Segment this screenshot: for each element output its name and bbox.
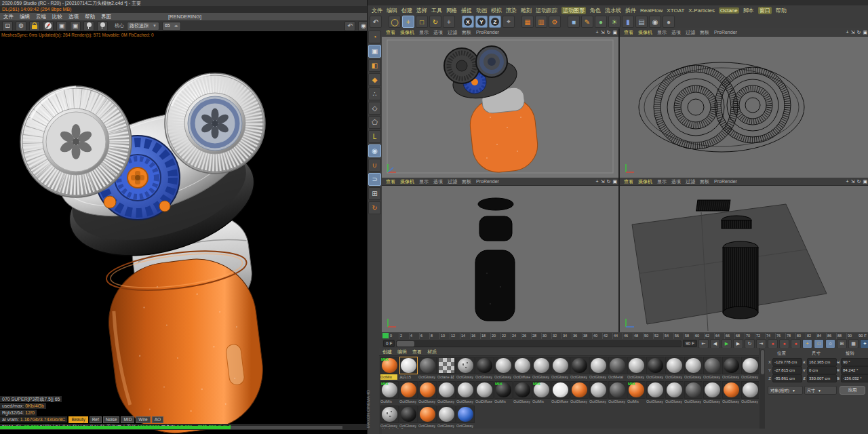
material-swatch[interactable]: OctGlossy: [589, 357, 606, 380]
frame-end-field[interactable]: 90 F: [683, 340, 697, 347]
compass-camera-icon[interactable]: [43, 21, 54, 31]
maximize-view-icon[interactable]: ▣: [863, 30, 867, 35]
material-swatch[interactable]: OctGlossy: [551, 357, 568, 380]
viewport-menu-5[interactable]: 面板: [700, 29, 709, 36]
camera-icon[interactable]: ◉: [649, 16, 661, 28]
material-swatch[interactable]: OctGlossy: [437, 381, 454, 404]
c4d-menu-20[interactable]: 脚本: [743, 7, 754, 14]
material-menu-3[interactable]: 材质: [427, 349, 437, 355]
material-swatch[interactable]: OctGlossy: [741, 357, 758, 380]
c4d-menu-10[interactable]: 雕刻: [521, 7, 532, 14]
c4d-menu-8[interactable]: 模拟: [491, 7, 502, 14]
z-axis-lock-button[interactable]: Z: [489, 16, 501, 28]
material-ball-icon[interactable]: ●: [663, 16, 675, 28]
key-rotation-toggle[interactable]: ○: [825, 339, 835, 349]
material-menu-1[interactable]: 编辑: [397, 349, 407, 355]
material-swatch[interactable]: OctGlossy: [684, 381, 701, 404]
undo-render-icon[interactable]: ↶: [344, 21, 355, 31]
coord-value-field[interactable]: 330.007 cm: [807, 374, 837, 382]
material-swatch[interactable]: OctGlossy: [627, 357, 644, 380]
record-position-button[interactable]: ●: [779, 339, 789, 349]
octane-menu-3[interactable]: 比较: [52, 14, 62, 20]
material-swatch[interactable]: OctGlossy: [437, 406, 454, 429]
pan-view-icon[interactable]: +: [596, 30, 599, 35]
light-icon[interactable]: ☀: [608, 16, 620, 28]
viewport-menu-1[interactable]: 摄像机: [638, 178, 652, 185]
material-swatch[interactable]: OctGlossy: [456, 406, 473, 429]
c4d-menu-0[interactable]: 文件: [372, 7, 382, 14]
c4d-menu-9[interactable]: 渲染: [506, 7, 517, 14]
material-swatch[interactable]: OctGlossy: [475, 357, 492, 380]
mograph-icon[interactable]: ●: [595, 16, 607, 28]
material-swatch[interactable]: OctGlossy: [703, 381, 720, 404]
viewport-menu-5[interactable]: 面板: [462, 178, 471, 185]
viewport-menu-5[interactable]: 面板: [700, 178, 709, 185]
material-swatch[interactable]: OctGlossy: [513, 381, 530, 404]
record-keyframe-button[interactable]: ●: [768, 339, 778, 349]
octane-menu-2[interactable]: 云端: [36, 14, 46, 20]
model-mode-icon[interactable]: ▣: [368, 45, 381, 58]
enable-axis-icon[interactable]: L: [368, 130, 381, 143]
pan-view-icon[interactable]: +: [596, 179, 599, 184]
coord-size-dropdown[interactable]: 尺寸▼: [804, 386, 837, 395]
coord-value-field[interactable]: 0 cm: [807, 366, 837, 374]
points-mode-icon[interactable]: ∴: [368, 87, 381, 100]
samples-stepper[interactable]: 65 ◂▸: [162, 22, 181, 31]
rotate-view-icon[interactable]: ↻: [857, 179, 861, 184]
c4d-menu-13[interactable]: 角色: [590, 7, 601, 14]
floor-icon[interactable]: ▤: [635, 16, 648, 28]
material-swatch[interactable]: OctGlossy: [418, 357, 435, 380]
viewport-menu-2[interactable]: 显示: [657, 29, 667, 36]
kernel-select[interactable]: 路径追踪 ▼: [127, 22, 159, 31]
move-tool-icon[interactable]: +: [402, 16, 414, 28]
material-swatch[interactable]: MIXOctMix: [627, 381, 644, 404]
material-swatch[interactable]: MIXOctMix: [494, 381, 511, 404]
viewport-menu-2[interactable]: 显示: [419, 29, 429, 36]
key-position-toggle[interactable]: +: [802, 339, 812, 349]
octane-menu-6[interactable]: 界面: [101, 14, 111, 20]
viewport-menu-6[interactable]: ProRender: [714, 30, 737, 35]
key-scale-toggle[interactable]: □: [814, 339, 824, 349]
material-picker-pin-icon[interactable]: [97, 21, 108, 31]
coord-value-field[interactable]: -85.861 cm: [772, 374, 802, 382]
texture-mode-icon[interactable]: ◧: [368, 59, 381, 72]
viewport-menu-1[interactable]: 摄像机: [638, 29, 652, 36]
viewport-menu-6[interactable]: ProRender: [714, 179, 737, 184]
c4d-menu-17[interactable]: XTOAT: [667, 7, 684, 14]
c4d-menu-15[interactable]: 插件: [625, 7, 636, 14]
material-swatch[interactable]: OctGlossy: [399, 381, 416, 404]
viewport-menu-3[interactable]: 选项: [671, 29, 681, 36]
quantize-snap-icon[interactable]: ⊃: [368, 173, 381, 186]
render-settings-icon[interactable]: ⚙: [549, 16, 561, 28]
material-swatch[interactable]: OctGlossy: [570, 381, 587, 404]
viewport-top-wireframe[interactable]: 查看摄像机显示选项过滤面板ProRender +⇲↻▣: [620, 28, 868, 179]
goto-start-button[interactable]: ⇤: [698, 339, 709, 349]
coord-value-field[interactable]: -27.815 cm: [772, 366, 802, 374]
c4d-menu-4[interactable]: 工具: [431, 7, 442, 14]
coord-value-field[interactable]: 90 °: [841, 358, 868, 366]
add-cube-icon[interactable]: ■: [568, 16, 580, 28]
octane-menu-4[interactable]: 选项: [68, 14, 79, 20]
rotate-view-icon[interactable]: ↻: [857, 30, 861, 35]
material-menu-2[interactable]: 查看: [412, 349, 422, 355]
octane-menu-0[interactable]: 文件: [3, 14, 14, 20]
coord-value-field[interactable]: -156.032 °: [841, 374, 868, 382]
octane-menu-1[interactable]: 编辑: [20, 14, 30, 20]
material-swatch[interactable]: OctGlossy: [418, 381, 435, 404]
material-swatch[interactable]: OctGlossy: [418, 406, 435, 429]
record-rotation-button[interactable]: ●: [791, 339, 801, 349]
viewport-menu-2[interactable]: 显示: [419, 178, 429, 185]
x-axis-lock-button[interactable]: X: [462, 16, 474, 28]
loop-button[interactable]: ↻: [745, 339, 755, 349]
viewport-menu-0[interactable]: 查看: [624, 29, 633, 36]
viewport-menu-4[interactable]: 过滤: [686, 29, 695, 36]
viewport-menu-3[interactable]: 选项: [433, 178, 443, 185]
viewport-perspective[interactable]: 查看摄像机显示选项过滤面板ProRender +⇲↻▣: [382, 28, 620, 179]
y-axis-lock-button[interactable]: Y: [475, 16, 488, 28]
maximize-view-icon[interactable]: ▣: [612, 179, 617, 184]
rotate-tool-icon[interactable]: ↻: [429, 16, 441, 28]
viewport-menu-3[interactable]: 选项: [433, 29, 443, 36]
c4d-menu-1[interactable]: 编辑: [387, 7, 397, 14]
c4d-menu-5[interactable]: 网格: [446, 7, 457, 14]
coord-value-field[interactable]: 84.242 °: [841, 366, 868, 374]
